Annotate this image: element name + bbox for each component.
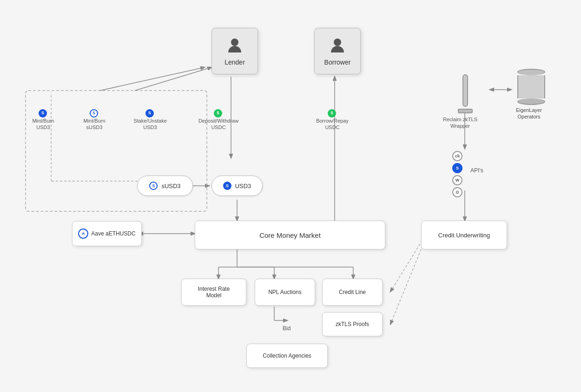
credit-line-box: Credit Line xyxy=(322,279,383,306)
label-stake-unstake: S Stake/UnstakeUSD3 xyxy=(129,109,171,131)
svg-point-24 xyxy=(231,39,238,46)
susd3-coin-icon-1: S xyxy=(90,109,98,118)
cylinder-middle xyxy=(517,75,545,98)
diagram-container: Lender Borrower S Mint/BurnUSD3 S Mint/B… xyxy=(0,0,581,392)
api-icon-3: W xyxy=(452,175,462,185)
lender-label: Lender xyxy=(224,59,245,66)
eigenlayer-label: EigenLayerOperators xyxy=(510,107,548,120)
zktls-proofs-label: zkTLS Proofs xyxy=(336,321,369,327)
collection-agencies-label: Collection Agencies xyxy=(263,353,311,359)
label-apis: API's xyxy=(470,167,483,175)
svg-point-25 xyxy=(334,39,341,46)
susd3-coin-icon-2: S xyxy=(149,182,158,190)
zktls-proofs-box: zkTLS Proofs xyxy=(322,312,383,336)
api-icon-ck: ck xyxy=(452,151,462,161)
credit-line-label: Credit Line xyxy=(339,289,366,295)
cylinder-top xyxy=(517,69,545,75)
susd3-token-box: S sUSD3 xyxy=(137,176,193,196)
eigenlayer-operators: EigenLayerOperators xyxy=(515,69,548,120)
borrower-box: Borrower xyxy=(314,28,361,74)
credit-underwriting-box: Credit Underwriting xyxy=(421,221,507,249)
borrower-label: Borrower xyxy=(324,59,351,66)
npl-auctions-label: NPL Auctions xyxy=(268,289,302,295)
label-mint-burn-usd3: S Mint/BurnUSD3 xyxy=(22,109,64,131)
core-money-market-label: Core Money Market xyxy=(259,231,321,239)
usdc-coin-icon-1: $ xyxy=(214,109,222,118)
cylinder-bottom xyxy=(517,98,545,105)
usd3-coin-icon-1: S xyxy=(39,109,47,118)
label-borrow-repay: $ Borrow/RepayUSDC xyxy=(311,109,353,131)
api-icon-r: ⊙ xyxy=(452,187,462,197)
lender-box: Lender xyxy=(211,28,258,74)
api-icon-w: W xyxy=(452,175,462,185)
reclaim-wrapper-icon xyxy=(458,74,473,113)
aave-label: Aave aETHUSDC xyxy=(91,230,135,237)
usdc-coin-icon-2: $ xyxy=(328,109,336,118)
aave-icon: A xyxy=(78,229,88,239)
svg-line-20 xyxy=(100,67,205,91)
usd3-label: USD3 xyxy=(235,183,251,189)
api-icons-group: ck S W ⊙ xyxy=(452,151,462,197)
label-mint-burn-susd3: S Mint/BurnsUSD3 xyxy=(73,109,115,131)
interest-rate-label: Interest RateModel xyxy=(198,286,230,299)
credit-underwriting-label: Credit Underwriting xyxy=(438,232,490,239)
core-money-market-box: Core Money Market xyxy=(195,221,385,249)
api-icon-2: S xyxy=(452,163,462,173)
usd3-token-box: S USD3 xyxy=(211,176,263,196)
susd3-label: sUSD3 xyxy=(161,183,180,189)
collection-agencies-box: Collection Agencies xyxy=(246,344,328,368)
npl-auctions-box: NPL Auctions xyxy=(255,279,315,306)
svg-line-17 xyxy=(390,237,424,292)
label-deposit-withdraw: $ Deposit/WithdrawUSDC xyxy=(195,109,242,131)
usd3-coin-icon-3: S xyxy=(223,182,231,190)
label-reclaim: Reclaim zkTLSWrapper xyxy=(437,116,483,130)
usd3-coin-icon-2: S xyxy=(145,109,154,118)
svg-line-21 xyxy=(135,67,211,91)
label-bid: Bid xyxy=(283,325,290,333)
interest-rate-box: Interest RateModel xyxy=(181,279,246,306)
api-icon-4: ⊙ xyxy=(452,187,462,197)
arrows-layer xyxy=(0,0,581,392)
svg-line-18 xyxy=(390,242,424,324)
borrower-icon xyxy=(329,37,346,57)
api-icon-s: S xyxy=(452,163,462,173)
lender-icon xyxy=(226,37,243,57)
api-icon-1: ck xyxy=(452,151,462,161)
aave-box: A Aave aETHUSDC xyxy=(72,221,142,246)
